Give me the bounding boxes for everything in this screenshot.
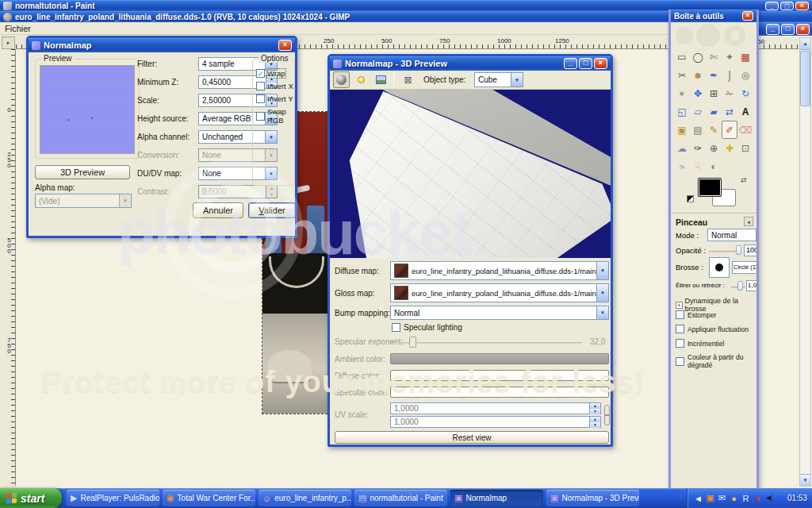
scroll-up-arrow[interactable]: ▲ — [800, 38, 810, 50]
free-select-tool[interactable]: ✄ — [706, 48, 722, 66]
brush-preview[interactable] — [709, 257, 730, 278]
scissors-select-tool[interactable]: ✂ — [674, 66, 690, 84]
scene-button[interactable] — [333, 71, 350, 88]
text-tool[interactable]: A — [737, 102, 753, 121]
tool-option-checkbox-couleur[interactable]: Couleur à partir du dégradé — [676, 353, 756, 369]
heal-tool[interactable]: ✚ — [722, 139, 737, 157]
light-button[interactable] — [353, 71, 370, 88]
checkbox-box[interactable] — [676, 357, 684, 366]
fuzzy-select-tool[interactable]: ✦ — [722, 48, 737, 66]
select-by-color-tool[interactable]: ▦ — [737, 48, 753, 66]
bump-mapping-combo[interactable]: Normal▼ — [390, 306, 609, 320]
uv-scale-v-spinner[interactable]: 1,0000 ▲▼ — [390, 416, 601, 428]
object-type-combo[interactable]: Cube▼ — [474, 72, 523, 87]
spin-up-icon[interactable]: ▲ — [266, 186, 277, 192]
rotate-tool[interactable]: ↻ — [737, 84, 753, 102]
tablet-cursor-icon[interactable]: ➤ — [764, 493, 776, 503]
checkbox-box[interactable] — [676, 325, 684, 333]
reset-view-button[interactable]: Reset view — [335, 431, 609, 444]
scale-tool[interactable]: ◱ — [674, 102, 690, 121]
perspective-tool[interactable]: ▰ — [706, 102, 722, 121]
tool-option-checkbox-incrémentiel[interactable]: Incrémentiel — [676, 339, 724, 348]
swap-colors-icon[interactable]: ⇄ — [741, 176, 747, 184]
panel-collapse-button[interactable]: ◂ — [744, 217, 753, 226]
foreground-color-swatch[interactable] — [698, 178, 722, 197]
spin-down-icon[interactable]: ▼ — [266, 192, 277, 198]
rectangle-select-tool[interactable]: ▭ — [674, 48, 690, 66]
diffuse-color-button[interactable] — [390, 370, 609, 381]
airbrush-tool[interactable]: ☁ — [674, 139, 690, 157]
option-checkbox-swap-rgb[interactable]: Swap RGB — [256, 107, 293, 125]
checkbox-box[interactable] — [676, 310, 684, 319]
preview3d-titlebar[interactable]: Normalmap - 3D Preview _ □ × — [330, 56, 611, 71]
checkbox-box[interactable]: ✓ — [256, 69, 265, 78]
checkbox-box[interactable] — [676, 339, 684, 348]
specular-exponent-slider[interactable] — [392, 342, 582, 344]
zoom-tool[interactable]: ◎ — [737, 66, 753, 84]
taskbar-task-total-war-center-for-[interactable]: ◉Total War Center For... — [163, 490, 255, 506]
paint-maximize-button[interactable]: □ — [780, 2, 794, 10]
opacity-value[interactable]: 100 — [744, 244, 757, 256]
paint-close-button[interactable]: × — [795, 2, 809, 10]
fragment-close-button[interactable]: × — [796, 24, 810, 35]
normalmap-close-button[interactable]: × — [278, 40, 292, 51]
mode-combo[interactable]: Normal — [707, 229, 756, 241]
fragment-minimize-button[interactable]: _ — [766, 24, 779, 35]
tray-app1-icon[interactable]: ▣ — [704, 493, 716, 503]
dodge-burn-tool[interactable]: ◐ — [706, 157, 722, 175]
move-tool[interactable]: ✥ — [690, 84, 706, 102]
menu-fichier[interactable]: Fichier — [5, 24, 31, 33]
tray-app3-icon[interactable]: ● — [752, 494, 764, 503]
spin-up-icon[interactable]: ▲ — [590, 403, 600, 409]
scale-value[interactable]: 1,0 — [746, 280, 757, 291]
preview3d-viewport[interactable] — [330, 90, 611, 258]
color-picker-tool[interactable]: ⌡ — [722, 66, 737, 84]
option-checkbox-invert-x[interactable]: Invert X — [256, 82, 293, 90]
preview3d-close-button[interactable]: × — [594, 58, 607, 69]
eraser-tool[interactable]: ⌫ — [737, 121, 753, 139]
taskbar-task-realplayer-pulsradio-[interactable]: ▶RealPlayer: PulsRadio... — [67, 490, 159, 506]
checkbox-box[interactable] — [256, 82, 265, 90]
crop-tool[interactable]: ✁ — [722, 84, 737, 102]
paths-tool[interactable]: ✒ — [706, 66, 722, 84]
scroll-down-arrow[interactable]: ▼ — [800, 474, 810, 486]
specular-lighting-checkbox[interactable]: Specular lighting — [392, 323, 462, 332]
scroll-thumb[interactable] — [800, 51, 810, 106]
perspective-clone-tool[interactable]: ⊡ — [737, 139, 753, 157]
tray-app2-icon[interactable]: ✉ — [716, 493, 728, 503]
cancel-button[interactable]: Annuler — [193, 202, 243, 218]
option-checkbox-invert-y[interactable]: Invert Y — [256, 94, 293, 103]
alpha-map-combo[interactable]: (Vide)▼ — [35, 194, 132, 208]
ink-tool[interactable]: ✑ — [690, 139, 706, 157]
3d-preview-button[interactable]: 3D Preview — [35, 165, 130, 179]
foreground-select-tool[interactable]: ☻ — [690, 66, 706, 84]
tray-warning-icon[interactable]: ● — [728, 494, 740, 503]
gloss-map-combo[interactable]: euro_line_infantry_poland_lithuania_diff… — [390, 283, 609, 302]
vertical-scrollbar[interactable]: ▲ ▼ — [799, 37, 811, 487]
diffuse-map-combo[interactable]: euro_line_infantry_poland_lithuania_diff… — [390, 261, 609, 280]
pencil-tool[interactable]: ✎ — [706, 121, 722, 139]
shear-tool[interactable]: ▱ — [690, 102, 706, 121]
measure-tool[interactable]: ⌖ — [674, 84, 690, 102]
fit-view-button[interactable]: ⊠ — [400, 71, 416, 88]
brush-name[interactable]: Circle (11) — [732, 261, 757, 274]
taskbar-task-normalmap-3d-previ-[interactable]: ▣Normalmap - 3D Previ... — [546, 490, 639, 506]
uv-link-icon[interactable] — [604, 405, 610, 425]
uv-scale-u-spinner[interactable]: 1,0000 ▲▼ — [390, 402, 601, 414]
scale-slider-handle[interactable] — [737, 281, 743, 291]
taskbar-task-normaltutorial-paint[interactable]: ▤normaltutorial - Paint — [354, 490, 447, 506]
spin-up-icon[interactable]: ▲ — [590, 417, 600, 422]
spin-down-icon[interactable]: ▼ — [590, 409, 600, 414]
smudge-tool[interactable]: ☟ — [690, 157, 706, 175]
ambient-color-button[interactable] — [390, 353, 609, 364]
checkbox-box[interactable] — [256, 94, 265, 103]
bucket-fill-tool[interactable]: ▣ — [674, 121, 690, 139]
paintbrush-tool[interactable]: ✐ — [722, 121, 737, 139]
option-checkbox-wrap[interactable]: ✓Wrap — [256, 69, 285, 78]
ok-button[interactable]: Valider — [248, 202, 296, 218]
start-button[interactable]: start — [0, 488, 62, 508]
ellipse-select-tool[interactable]: ◯ — [690, 48, 706, 66]
toolbox-titlebar[interactable]: Boîte à outils × — [671, 10, 756, 22]
checkbox-box[interactable] — [256, 112, 265, 121]
gradient-tool[interactable]: ▤ — [690, 121, 706, 139]
